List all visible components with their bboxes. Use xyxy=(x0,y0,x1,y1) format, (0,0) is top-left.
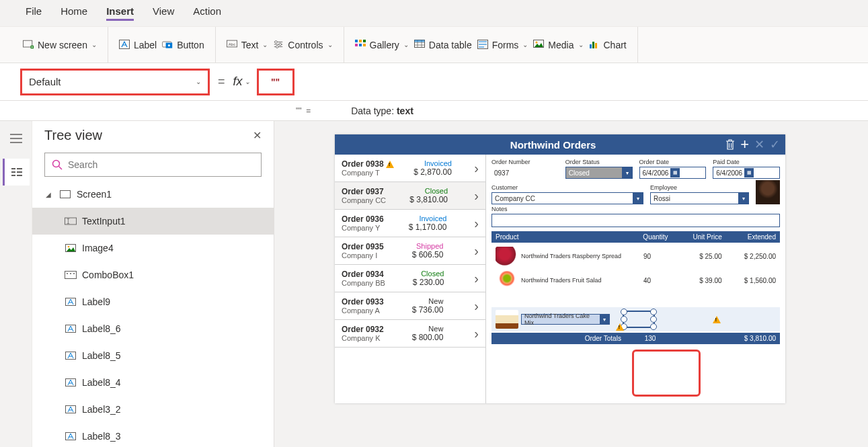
forms-button[interactable]: Forms ⌄ xyxy=(477,40,528,50)
new-screen-button[interactable]: New screen ⌄ xyxy=(23,40,97,50)
expand-icon[interactable]: ◢ xyxy=(46,191,54,198)
tree-view-button[interactable] xyxy=(3,159,30,186)
text-button[interactable]: Abc Text ⌄ xyxy=(227,40,268,50)
customer-select[interactable]: Company CC▾ xyxy=(491,192,643,204)
svg-rect-13 xyxy=(363,40,366,42)
warning-icon xyxy=(616,323,624,331)
image-icon xyxy=(65,243,77,253)
employee-select[interactable]: Rossi▾ xyxy=(650,192,749,204)
tree-screen-root[interactable]: ◢ Screen1 xyxy=(32,181,274,208)
order-date-input[interactable]: 6/4/2006▦ xyxy=(639,167,707,179)
gallery-button[interactable]: Gallery ⌄ xyxy=(355,40,409,50)
tree-item-label8-5[interactable]: Label8_5 xyxy=(32,342,274,369)
left-rail xyxy=(0,121,32,447)
svg-point-8 xyxy=(275,40,278,43)
notes-input[interactable] xyxy=(491,214,780,227)
svg-point-28 xyxy=(53,161,60,167)
fx-label[interactable]: fx⌄ xyxy=(233,75,250,89)
warning-icon xyxy=(713,316,721,323)
button-icon xyxy=(162,40,173,50)
tree-item-label8-6[interactable]: Label8_6 xyxy=(32,315,274,342)
tree-item-label8-3[interactable]: Label8_3 xyxy=(32,423,274,447)
product-row[interactable]: Northwind Traders Fruit Salad40$ 39.00$ … xyxy=(491,268,780,292)
new-product-select[interactable]: Northwind Traders Cake Mix▾ xyxy=(521,314,610,325)
button-button[interactable]: Button xyxy=(162,40,204,50)
svg-rect-16 xyxy=(363,44,366,46)
svg-rect-15 xyxy=(359,44,362,46)
property-selector[interactable]: Default ⌄ xyxy=(20,69,210,95)
tree-item-label8-4[interactable]: Label8_4 xyxy=(32,369,274,396)
label-icon xyxy=(119,40,130,50)
svg-point-10 xyxy=(276,45,279,48)
order-item[interactable]: Order 0935Company IShipped$ 606.50› xyxy=(335,237,485,265)
menu-action[interactable]: Action xyxy=(193,5,221,21)
callout-highlight xyxy=(632,350,701,397)
gallery-icon xyxy=(355,40,366,50)
order-item[interactable]: Order 0938Company TInvoiced$ 2,870.00› xyxy=(335,155,485,182)
tree-item-textinput1[interactable]: TextInput1 xyxy=(32,208,274,235)
label-button[interactable]: Label xyxy=(119,40,157,50)
formula-result-bar: "" = Data type: text xyxy=(0,101,868,121)
new-product-row: Northwind Traders Cake Mix▾ xyxy=(491,307,780,331)
order-item[interactable]: Order 0932Company KNew$ 800.00› xyxy=(335,320,485,348)
textinput-icon xyxy=(65,216,77,226)
search-input[interactable] xyxy=(68,159,254,170)
chevron-down-icon: ⌄ xyxy=(522,41,528,48)
formula-value-highlight[interactable]: "" xyxy=(257,69,294,95)
svg-point-24 xyxy=(536,41,538,43)
svg-rect-12 xyxy=(359,40,362,42)
order-item[interactable]: Order 0933Company ANew$ 736.00› xyxy=(335,292,485,320)
trash-icon[interactable] xyxy=(725,139,735,150)
menu-home[interactable]: Home xyxy=(61,5,87,21)
paid-date-input[interactable]: 6/4/2006▦ xyxy=(713,167,780,179)
table-icon xyxy=(414,40,425,50)
order-item[interactable]: Order 0937Company CCClosed$ 3,810.00› xyxy=(335,182,485,210)
order-item[interactable]: Order 0934Company BBClosed$ 230.00› xyxy=(335,265,485,292)
svg-rect-11 xyxy=(355,40,358,42)
svg-rect-18 xyxy=(414,40,424,42)
order-list[interactable]: Order 0938Company TInvoiced$ 2,870.00›Or… xyxy=(335,155,486,403)
menu-view[interactable]: View xyxy=(153,5,174,21)
menu-insert[interactable]: Insert xyxy=(106,5,134,21)
hamburger-button[interactable] xyxy=(3,125,30,152)
svg-point-5 xyxy=(168,44,170,46)
check-icon[interactable]: ✓ xyxy=(770,137,780,152)
chevron-down-icon: ⌄ xyxy=(327,41,333,48)
qty-input-selected[interactable] xyxy=(623,311,655,328)
label-icon xyxy=(65,297,77,307)
controls-icon xyxy=(273,40,284,50)
canvas[interactable]: Northwind Orders + ✕ ✓ Order 0938Company… xyxy=(274,121,868,447)
tree-item-label9[interactable]: Label9 xyxy=(32,288,274,315)
cancel-icon[interactable]: ✕ xyxy=(754,137,764,152)
svg-rect-27 xyxy=(595,43,597,48)
app-title-bar: Northwind Orders + ✕ ✓ xyxy=(335,134,785,155)
top-menu: File Home Insert View Action xyxy=(0,0,868,27)
employee-avatar xyxy=(756,180,780,204)
product-row[interactable]: Northwind Traders Raspberry Spread90$ 25… xyxy=(491,244,780,268)
controls-button[interactable]: Controls ⌄ xyxy=(273,40,332,50)
order-item[interactable]: Order 0936Company YInvoiced$ 1,170.00› xyxy=(335,210,485,237)
order-status-select[interactable]: Closed▾ xyxy=(565,167,633,179)
svg-rect-21 xyxy=(479,44,487,45)
tree-item-image4[interactable]: Image4 xyxy=(32,235,274,261)
label-icon xyxy=(65,378,77,387)
datatable-button[interactable]: Data table xyxy=(414,40,472,50)
close-icon[interactable]: ✕ xyxy=(253,129,262,142)
product-image xyxy=(496,310,518,329)
svg-text:Abc: Abc xyxy=(228,41,235,46)
plus-icon[interactable]: + xyxy=(740,136,749,153)
chevron-down-icon: ⌄ xyxy=(403,41,409,48)
tree-search[interactable] xyxy=(44,153,262,177)
order-number-value: 0937 xyxy=(491,167,559,179)
chart-button[interactable]: Chart xyxy=(589,40,627,50)
svg-point-32 xyxy=(68,246,70,248)
product-header: Product Quantity Unit Price Extended xyxy=(491,231,780,243)
label-icon xyxy=(65,432,77,441)
svg-rect-25 xyxy=(590,44,592,48)
tree-item-combobox1[interactable]: ComboBox1 xyxy=(32,261,274,288)
menu-file[interactable]: File xyxy=(26,5,42,21)
tree-item-label3-2[interactable]: Label3_2 xyxy=(32,396,274,423)
svg-rect-14 xyxy=(355,44,358,46)
media-button[interactable]: Media ⌄ xyxy=(533,40,583,50)
svg-rect-30 xyxy=(65,218,76,225)
